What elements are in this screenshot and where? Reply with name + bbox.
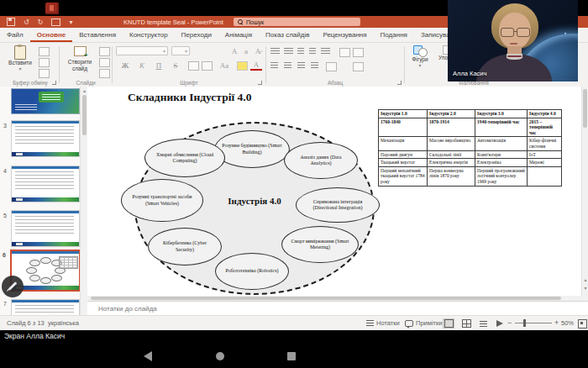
- line-spacing-icon[interactable]: [321, 48, 330, 55]
- save-icon[interactable]: [7, 18, 15, 26]
- tab-transitions[interactable]: Переходи: [175, 28, 218, 42]
- webcam-video[interactable]: Алла Касич: [448, 0, 578, 81]
- clipboard-dialog-launcher-icon[interactable]: [52, 81, 56, 85]
- paragraph-dialog-launcher-icon[interactable]: [397, 81, 402, 85]
- table-cell[interactable]: Масове виробництво: [428, 137, 475, 150]
- slide-title[interactable]: Складники Індустрії 4.0: [128, 91, 251, 104]
- android-recents-icon[interactable]: [287, 352, 296, 360]
- diagram-node-cloud-computing[interactable]: Хмарні обчислення (Cloud Computing): [144, 139, 225, 177]
- notes-pane[interactable]: Нотатки до слайда: [87, 301, 588, 315]
- diagram-center-label[interactable]: Індустрія 4.0: [203, 196, 306, 206]
- table-header[interactable]: Індустрія 1.0: [379, 110, 428, 118]
- notes-toggle-button[interactable]: Нотатки: [366, 319, 400, 327]
- slide-canvas[interactable]: Складники Індустрії 4.0 Розумне будівниц…: [87, 87, 581, 296]
- reading-view-button[interactable]: [477, 318, 489, 329]
- align-left-icon[interactable]: [270, 62, 278, 70]
- slide-thumbnail-4[interactable]: [11, 166, 80, 202]
- align-text-icon[interactable]: [353, 48, 364, 57]
- table-cell[interactable]: Кібер-фізичні системи: [528, 137, 562, 150]
- table-cell[interactable]: Мережі: [528, 159, 562, 167]
- underline-button[interactable]: П: [153, 60, 165, 71]
- tab-home[interactable]: Основне: [30, 28, 73, 42]
- table-cell[interactable]: 1940-теперішній час: [475, 118, 528, 137]
- android-home-icon[interactable]: [216, 352, 224, 360]
- decrease-indent-icon[interactable]: [297, 48, 304, 55]
- slideshow-icon[interactable]: [51, 18, 60, 26]
- align-center-icon[interactable]: [284, 62, 291, 70]
- reset-icon[interactable]: [99, 58, 110, 67]
- fit-slide-to-window-icon[interactable]: [578, 319, 587, 329]
- slide-thumbnail-2[interactable]: [11, 88, 80, 114]
- tab-view[interactable]: Подання: [374, 28, 414, 42]
- table-cell[interactable]: Механізація: [379, 137, 428, 150]
- table-cell[interactable]: 1760-1840: [379, 118, 428, 137]
- previous-slide-icon[interactable]: ▴: [582, 276, 588, 282]
- qat-dropdown-icon[interactable]: ▾: [69, 18, 72, 26]
- diagram-node-smart-metering[interactable]: Смарт вимірювання (Smart Metering): [281, 226, 359, 263]
- table-cell[interactable]: Паровий двигун: [379, 150, 428, 159]
- text-direction-icon[interactable]: [339, 48, 350, 57]
- copy-icon[interactable]: [39, 58, 50, 67]
- table-cell[interactable]: Автоматизація: [475, 137, 528, 150]
- layout-icon[interactable]: [99, 47, 110, 56]
- language-indicator[interactable]: українська: [48, 319, 79, 327]
- font-color-icon[interactable]: А: [250, 60, 262, 71]
- tab-slideshow[interactable]: Показ слайдів: [259, 28, 316, 42]
- industry-comparison-table[interactable]: Індустрія 1.0 Індустрія 2.0 Індустрія 3.…: [378, 109, 562, 187]
- redo-icon[interactable]: ↻: [38, 18, 44, 26]
- tab-animations[interactable]: Анімація: [218, 28, 259, 42]
- change-case-icon[interactable]: Аа: [218, 60, 230, 71]
- font-name-dropdown[interactable]: ▾: [116, 46, 168, 55]
- panel-scrollbar-thumb[interactable]: [82, 95, 87, 135]
- table-cell[interactable]: Складальні лінії: [428, 150, 475, 159]
- tab-review[interactable]: Рецензування: [316, 28, 373, 42]
- table-cell[interactable]: Комп'ютери: [475, 150, 528, 159]
- diagram-node-data-analytics[interactable]: Аналіз даних (Data Analytics): [284, 142, 358, 179]
- horizontal-scrollbar-thumb[interactable]: [91, 297, 561, 300]
- justify-icon[interactable]: [311, 62, 318, 70]
- font-dialog-launcher-icon[interactable]: [258, 81, 262, 85]
- vertical-scrollbar-thumb[interactable]: [583, 89, 587, 128]
- tab-file[interactable]: Файл: [0, 28, 30, 42]
- zoom-out-button[interactable]: −: [507, 318, 512, 327]
- diagram-node-smart-vehicles[interactable]: Розумні транспортні засоби (Smart Vehicl…: [121, 179, 203, 222]
- slideshow-view-button[interactable]: [494, 318, 506, 329]
- highlight-color-icon[interactable]: [237, 61, 248, 71]
- table-cell[interactable]: Ткацький верстат: [379, 159, 428, 167]
- normal-view-button[interactable]: [443, 318, 454, 329]
- new-slide-button[interactable]: Створити слайд: [64, 46, 96, 72]
- slide-thumbnail-5[interactable]: [11, 210, 80, 247]
- shapes-button[interactable]: Фігури ▾: [408, 45, 432, 68]
- italic-button[interactable]: К: [136, 60, 148, 71]
- undo-icon[interactable]: ↺: [24, 18, 29, 26]
- zoom-level[interactable]: 50%: [561, 319, 574, 327]
- strikethrough-button[interactable]: S: [170, 60, 181, 71]
- table-header[interactable]: Індустрія 2.0: [428, 110, 475, 118]
- tab-insert[interactable]: Вставлення: [72, 28, 123, 42]
- diagram-node-directional-integration[interactable]: Спрямована інтеграція (Directional Integ…: [296, 187, 380, 223]
- search-input[interactable]: Пошук: [234, 18, 360, 26]
- next-slide-icon[interactable]: ▾: [582, 285, 588, 291]
- align-right-icon[interactable]: [297, 62, 305, 70]
- cut-icon[interactable]: [39, 47, 50, 56]
- slide-thumbnail-7[interactable]: [11, 299, 80, 315]
- section-icon[interactable]: [99, 69, 110, 78]
- shrink-font-icon[interactable]: а: [240, 46, 252, 56]
- zoom-in-button[interactable]: +: [554, 318, 559, 327]
- grow-font-icon[interactable]: А: [228, 46, 240, 56]
- columns-icon[interactable]: [326, 62, 337, 71]
- table-cell[interactable]: Електроніка: [475, 159, 528, 167]
- diagram-node-cyber-security[interactable]: Кібербезпека (Cyber Security): [148, 228, 222, 265]
- table-cell[interactable]: Перший механічний ткацький верстат 1784 …: [379, 166, 428, 186]
- table-cell[interactable]: 2015 – теперішній час: [528, 118, 562, 137]
- zoom-slider[interactable]: [515, 323, 552, 323]
- numbering-icon[interactable]: [284, 48, 293, 55]
- bold-button[interactable]: Ж: [119, 60, 131, 71]
- table-cell[interactable]: IoT: [528, 150, 562, 159]
- android-back-icon[interactable]: [144, 351, 152, 361]
- font-size-dropdown[interactable]: ▾: [171, 46, 190, 55]
- paste-button[interactable]: Вставити ▾: [7, 45, 34, 71]
- table-header[interactable]: Індустрія 3.0: [475, 110, 528, 118]
- zoom-slider-thumb[interactable]: [523, 319, 526, 327]
- table-header[interactable]: Індустрія 4.0: [528, 110, 562, 118]
